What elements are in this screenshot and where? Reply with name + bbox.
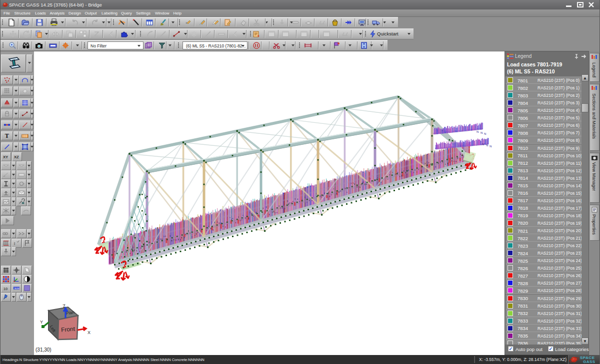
- svg-text:XZ: XZ: [14, 155, 19, 159]
- svg-text:Y: Y: [40, 320, 43, 325]
- svg-text:GASS: GASS: [583, 360, 596, 364]
- svg-text:N: N: [484, 132, 486, 135]
- svg-text:N: N: [480, 131, 482, 134]
- svg-text:N: N: [486, 144, 488, 147]
- svg-text:T: T: [5, 132, 9, 139]
- svg-text:(31,30): (31,30): [36, 347, 52, 353]
- svg-text:N: N: [476, 130, 478, 133]
- svg-text:N: N: [490, 145, 492, 148]
- svg-text:Front: Front: [60, 325, 76, 333]
- svg-text:XY: XY: [3, 155, 8, 159]
- svg-text:N: N: [482, 143, 484, 146]
- svg-text:NUM: NUM: [14, 287, 20, 290]
- svg-text:10: 10: [4, 287, 8, 291]
- svg-text:I: I: [14, 241, 16, 246]
- svg-text:X: X: [88, 330, 90, 335]
